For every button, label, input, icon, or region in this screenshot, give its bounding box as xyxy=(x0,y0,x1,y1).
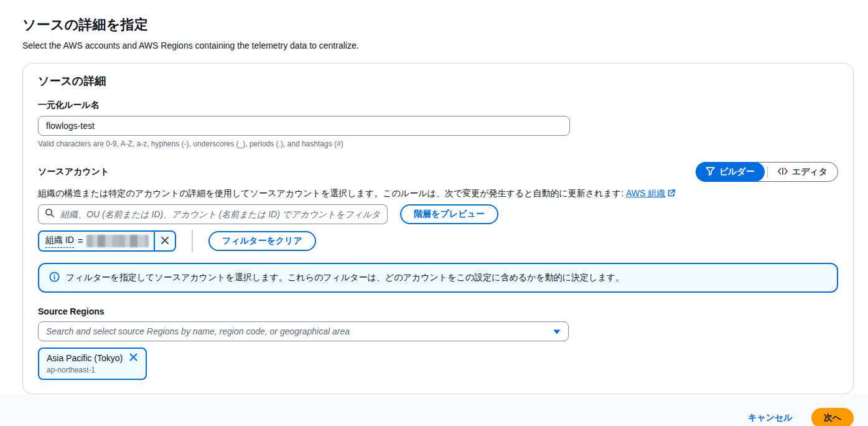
info-alert-message: フィルターを指定してソースアカウントを選択します。これらのフィルターは、どのアカ… xyxy=(66,272,624,283)
preview-hierarchy-button[interactable]: 階層をプレビュー xyxy=(400,204,498,224)
close-icon xyxy=(161,236,169,247)
editor-toggle-label: エディタ xyxy=(792,166,828,178)
card-title: ソースの詳細 xyxy=(38,73,838,88)
close-icon xyxy=(129,353,138,364)
source-regions-placeholder: Search and select source Regions by name… xyxy=(46,326,350,336)
filter-chip-key: 組織 ID xyxy=(45,235,74,248)
info-circle-icon xyxy=(49,272,60,284)
footer-region: キャンセル 次へ xyxy=(0,394,868,426)
wizard-actions: キャンセル 次へ xyxy=(0,394,868,426)
editor-toggle-button[interactable]: エディタ xyxy=(768,162,838,182)
page-title: ソースの詳細を指定 xyxy=(22,16,846,34)
aws-organizations-link[interactable]: AWS 組織 xyxy=(626,188,665,198)
source-regions-label: Source Regions xyxy=(38,306,838,316)
remove-region-token-button[interactable] xyxy=(129,353,138,364)
filter-funnel-icon xyxy=(706,167,715,178)
account-filter-input[interactable] xyxy=(59,209,381,220)
region-token-code: ap-northeast-1 xyxy=(47,366,138,374)
account-filter-search[interactable] xyxy=(38,204,388,224)
clear-filters-button[interactable]: フィルターをクリア xyxy=(208,231,316,251)
search-icon xyxy=(45,208,55,220)
info-alert: フィルターを指定してソースアカウントを選択します。これらのフィルターは、どのアカ… xyxy=(38,263,838,293)
main-content: ソースの詳細を指定 Select the AWS accounts and AW… xyxy=(0,0,868,394)
region-token-name: Asia Pacific (Tokyo) xyxy=(47,353,123,363)
region-token: Asia Pacific (Tokyo) ap-northeast-1 xyxy=(38,348,147,380)
caret-down-icon xyxy=(553,326,561,337)
builder-toggle-button[interactable]: ビルダー xyxy=(696,162,765,182)
source-details-card: ソースの詳細 一元化ルール名 Valid characters are 0-9,… xyxy=(22,63,854,394)
rule-name-input[interactable] xyxy=(38,116,570,136)
org-id-filter-chip: 組織 ID = xyxy=(38,230,176,252)
filter-chip-operator: = xyxy=(78,236,83,246)
page-subtitle: Select the AWS accounts and AWS Regions … xyxy=(22,40,846,50)
external-link-icon xyxy=(668,189,675,199)
remove-filter-chip-button[interactable] xyxy=(154,232,175,250)
description-text: 組織の構造または特定のアカウントの詳細を使用してソースアカウントを選択します。こ… xyxy=(38,188,626,198)
filter-chip-redacted-value xyxy=(86,235,149,247)
chip-actions-divider xyxy=(192,230,193,252)
builder-toggle-label: ビルダー xyxy=(719,166,755,178)
code-icon xyxy=(778,167,788,177)
rule-name-label: 一元化ルール名 xyxy=(38,100,838,111)
next-button[interactable]: 次へ xyxy=(811,408,854,426)
source-regions-select[interactable]: Search and select source Regions by name… xyxy=(38,321,569,341)
cancel-button[interactable]: キャンセル xyxy=(748,412,793,424)
source-accounts-description: 組織の構造または特定のアカウントの詳細を使用してソースアカウントを選択します。こ… xyxy=(38,188,838,199)
builder-editor-toggle: ビルダー エディタ xyxy=(696,162,838,182)
source-accounts-label: ソースアカウント xyxy=(38,166,109,178)
page-header: ソースの詳細を指定 Select the AWS accounts and AW… xyxy=(0,0,868,50)
rule-name-constraint: Valid characters are 0-9, A-Z, a-z, hyph… xyxy=(38,140,838,148)
